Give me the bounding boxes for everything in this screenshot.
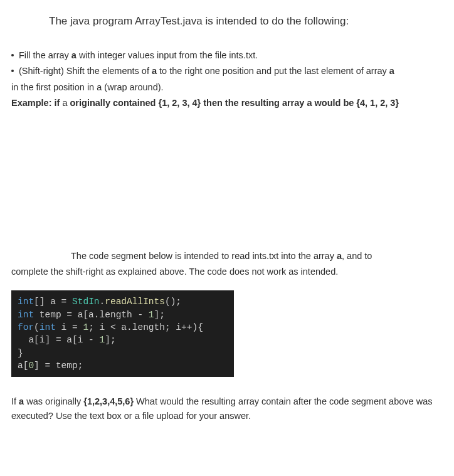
text: The code segment below is intended to re… bbox=[71, 251, 337, 261]
spacer bbox=[11, 114, 443, 249]
intro-paragraph: The code segment below is intended to re… bbox=[11, 249, 443, 279]
text: Fill the array bbox=[19, 50, 71, 60]
code-text: (); bbox=[165, 297, 181, 307]
text-line: The code segment below is intended to re… bbox=[71, 249, 443, 263]
list-item: Fill the array a with integer values inp… bbox=[11, 48, 443, 63]
text: (Shift-right) Shift the elements of bbox=[19, 66, 152, 76]
question-text: If a was originally {1,2,3,4,5,6} What w… bbox=[11, 394, 443, 423]
text: Example: if bbox=[11, 98, 62, 108]
bullet-text: Fill the array a with integer values inp… bbox=[19, 48, 443, 63]
example-text: Example: if a originally contained {1, 2… bbox=[11, 96, 443, 110]
text: in the first position in a (wrap around)… bbox=[11, 80, 443, 95]
text: , and to bbox=[342, 251, 372, 261]
code-text: i = bbox=[56, 322, 83, 332]
code-text: ] = temp; bbox=[34, 361, 83, 371]
bullet-icon bbox=[11, 70, 14, 72]
code-text: a[i] = a[i - bbox=[18, 335, 100, 345]
bold-text: a bbox=[152, 66, 157, 76]
bold-text: a bbox=[389, 66, 394, 76]
bold-text: {1,2,3,4,5,6} bbox=[83, 396, 134, 406]
code-number: 1 bbox=[100, 335, 105, 345]
code-number: 0 bbox=[28, 361, 34, 371]
text: originally contained {1, 2, 3, 4} then t… bbox=[67, 98, 399, 108]
code-text: . bbox=[100, 297, 105, 307]
text: to the right one position and put the la… bbox=[157, 66, 389, 76]
code-text: ( bbox=[34, 322, 40, 332]
code-number: 1 bbox=[83, 322, 88, 332]
code-keyword: for bbox=[18, 322, 34, 332]
text: was originally bbox=[24, 396, 83, 406]
bold-text: a bbox=[19, 396, 24, 406]
code-text: a[ bbox=[18, 361, 28, 371]
code-keyword: int bbox=[18, 310, 34, 320]
code-text: ]; bbox=[105, 335, 115, 345]
bullet-text: (Shift-right) Shift the elements of a to… bbox=[19, 64, 443, 78]
bullet-list: Fill the array a with integer values inp… bbox=[11, 48, 443, 110]
bold-text: a bbox=[71, 50, 77, 60]
code-block: int[] a = StdIn.readAllInts(); int temp … bbox=[11, 290, 234, 377]
code-class: StdIn bbox=[72, 297, 100, 307]
code-text: } bbox=[18, 348, 23, 358]
code-keyword: int bbox=[40, 322, 56, 332]
code-method: readAllInts bbox=[105, 297, 165, 307]
bold-text: a bbox=[337, 251, 342, 261]
text-line: complete the shift-right as explained ab… bbox=[11, 265, 443, 279]
text: If bbox=[11, 396, 19, 406]
list-item: (Shift-right) Shift the elements of a to… bbox=[11, 64, 443, 78]
bullet-icon bbox=[11, 54, 14, 56]
text: with integer values input from the file … bbox=[77, 50, 258, 60]
code-keyword: int bbox=[18, 297, 34, 307]
code-text: temp = a[a.length - bbox=[34, 310, 149, 320]
code-text: ]; bbox=[154, 310, 165, 320]
page-title: The java program ArrayTest.java is inten… bbox=[49, 13, 443, 29]
code-text: [] a = bbox=[34, 297, 72, 307]
code-text: ; i < a.length; i++){ bbox=[88, 322, 203, 332]
code-number: 1 bbox=[149, 310, 154, 320]
